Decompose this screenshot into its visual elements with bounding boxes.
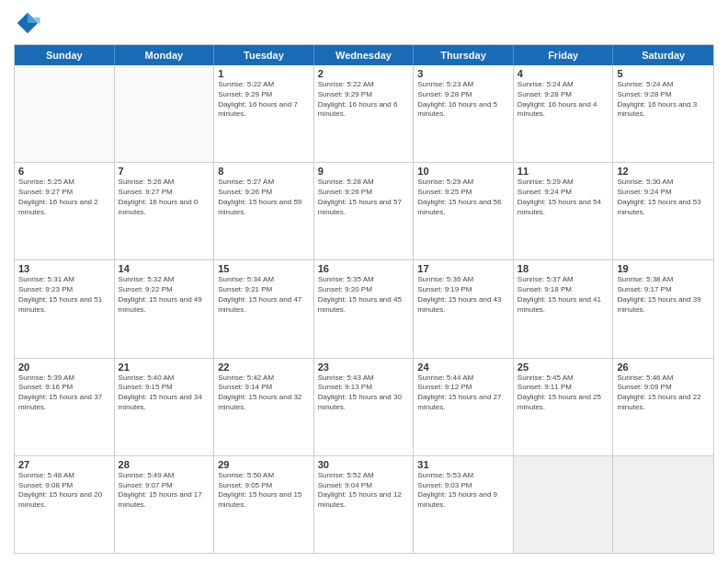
day-cell-1: 1Sunrise: 5:22 AM Sunset: 9:29 PM Daylig… [214, 65, 314, 162]
day-number: 29 [218, 459, 310, 470]
calendar-header: SundayMondayTuesdayWednesdayThursdayFrid… [15, 45, 713, 65]
header-day-sunday: Sunday [15, 45, 115, 65]
day-cell-29: 29Sunrise: 5:50 AM Sunset: 9:05 PM Dayli… [214, 456, 314, 553]
header-day-wednesday: Wednesday [314, 45, 415, 65]
day-info: Sunrise: 5:26 AM Sunset: 9:27 PM Dayligh… [119, 178, 210, 217]
day-cell-18: 18Sunrise: 5:37 AM Sunset: 9:18 PM Dayli… [514, 260, 614, 357]
day-cell-26: 26Sunrise: 5:46 AM Sunset: 9:09 PM Dayli… [613, 359, 713, 455]
day-info: Sunrise: 5:24 AM Sunset: 9:28 PM Dayligh… [518, 80, 609, 120]
header-day-thursday: Thursday [414, 45, 514, 65]
day-cell-10: 10Sunrise: 5:29 AM Sunset: 9:25 PM Dayli… [414, 163, 514, 259]
calendar-row-2: 6Sunrise: 5:25 AM Sunset: 9:27 PM Daylig… [15, 162, 713, 259]
logo-icon [14, 9, 41, 37]
day-number: 30 [318, 459, 410, 470]
day-info: Sunrise: 5:50 AM Sunset: 9:05 PM Dayligh… [218, 471, 310, 511]
day-number: 6 [18, 166, 110, 177]
day-number: 20 [18, 362, 110, 373]
calendar: SundayMondayTuesdayWednesdayThursdayFrid… [14, 44, 714, 554]
calendar-row-1: 1Sunrise: 5:22 AM Sunset: 9:29 PM Daylig… [15, 65, 713, 162]
day-info: Sunrise: 5:48 AM Sunset: 9:08 PM Dayligh… [18, 471, 110, 511]
day-number: 28 [119, 459, 210, 470]
day-number: 26 [617, 362, 710, 373]
day-number: 13 [18, 263, 110, 274]
day-number: 11 [518, 166, 609, 177]
day-number: 8 [218, 166, 310, 177]
day-info: Sunrise: 5:44 AM Sunset: 9:12 PM Dayligh… [417, 373, 509, 413]
day-info: Sunrise: 5:27 AM Sunset: 9:26 PM Dayligh… [218, 178, 310, 217]
day-number: 31 [417, 459, 509, 470]
day-cell-2: 2Sunrise: 5:22 AM Sunset: 9:29 PM Daylig… [314, 65, 415, 162]
day-cell-3: 3Sunrise: 5:23 AM Sunset: 9:28 PM Daylig… [414, 65, 514, 162]
day-cell-13: 13Sunrise: 5:31 AM Sunset: 9:23 PM Dayli… [15, 260, 115, 357]
day-info: Sunrise: 5:52 AM Sunset: 9:04 PM Dayligh… [318, 471, 410, 511]
day-info: Sunrise: 5:35 AM Sunset: 9:20 PM Dayligh… [318, 275, 410, 315]
day-info: Sunrise: 5:46 AM Sunset: 9:09 PM Dayligh… [617, 373, 710, 413]
empty-cell-4-5 [514, 456, 614, 553]
day-number: 16 [318, 263, 410, 274]
day-info: Sunrise: 5:38 AM Sunset: 9:17 PM Dayligh… [617, 275, 710, 315]
day-info: Sunrise: 5:40 AM Sunset: 9:15 PM Dayligh… [119, 373, 210, 413]
day-info: Sunrise: 5:39 AM Sunset: 9:16 PM Dayligh… [18, 373, 110, 413]
day-cell-31: 31Sunrise: 5:53 AM Sunset: 9:03 PM Dayli… [414, 456, 514, 553]
day-cell-24: 24Sunrise: 5:44 AM Sunset: 9:12 PM Dayli… [414, 359, 514, 455]
day-info: Sunrise: 5:24 AM Sunset: 9:28 PM Dayligh… [617, 80, 710, 120]
day-number: 5 [617, 68, 710, 79]
day-number: 24 [417, 362, 509, 373]
day-info: Sunrise: 5:31 AM Sunset: 9:23 PM Dayligh… [18, 275, 110, 315]
empty-cell-0-0 [15, 65, 115, 162]
day-number: 12 [617, 166, 710, 177]
day-number: 21 [119, 362, 210, 373]
day-number: 3 [417, 68, 509, 79]
calendar-row-5: 27Sunrise: 5:48 AM Sunset: 9:08 PM Dayli… [15, 455, 713, 553]
day-number: 15 [218, 263, 310, 274]
day-number: 10 [417, 166, 509, 177]
day-info: Sunrise: 5:36 AM Sunset: 9:19 PM Dayligh… [417, 275, 509, 315]
day-number: 22 [218, 362, 310, 373]
day-info: Sunrise: 5:37 AM Sunset: 9:18 PM Dayligh… [518, 275, 609, 315]
day-cell-12: 12Sunrise: 5:30 AM Sunset: 9:24 PM Dayli… [613, 163, 713, 259]
day-cell-21: 21Sunrise: 5:40 AM Sunset: 9:15 PM Dayli… [115, 359, 215, 455]
day-cell-27: 27Sunrise: 5:48 AM Sunset: 9:08 PM Dayli… [15, 456, 115, 553]
day-info: Sunrise: 5:22 AM Sunset: 9:29 PM Dayligh… [218, 80, 310, 120]
day-info: Sunrise: 5:25 AM Sunset: 9:27 PM Dayligh… [18, 178, 110, 217]
day-number: 2 [318, 68, 410, 79]
day-cell-16: 16Sunrise: 5:35 AM Sunset: 9:20 PM Dayli… [314, 260, 415, 357]
header-day-monday: Monday [115, 45, 215, 65]
day-number: 25 [518, 362, 609, 373]
day-cell-4: 4Sunrise: 5:24 AM Sunset: 9:28 PM Daylig… [514, 65, 614, 162]
day-number: 19 [617, 263, 710, 274]
header-day-friday: Friday [514, 45, 614, 65]
day-number: 9 [318, 166, 410, 177]
page: SundayMondayTuesdayWednesdayThursdayFrid… [0, 0, 728, 563]
calendar-row-4: 20Sunrise: 5:39 AM Sunset: 9:16 PM Dayli… [15, 358, 713, 455]
day-cell-5: 5Sunrise: 5:24 AM Sunset: 9:28 PM Daylig… [613, 65, 713, 162]
day-cell-22: 22Sunrise: 5:42 AM Sunset: 9:14 PM Dayli… [214, 359, 314, 455]
day-info: Sunrise: 5:43 AM Sunset: 9:13 PM Dayligh… [318, 373, 410, 413]
day-info: Sunrise: 5:30 AM Sunset: 9:24 PM Dayligh… [617, 178, 710, 217]
day-cell-8: 8Sunrise: 5:27 AM Sunset: 9:26 PM Daylig… [214, 163, 314, 259]
logo [14, 9, 45, 37]
day-cell-15: 15Sunrise: 5:34 AM Sunset: 9:21 PM Dayli… [214, 260, 314, 357]
day-cell-14: 14Sunrise: 5:32 AM Sunset: 9:22 PM Dayli… [115, 260, 215, 357]
empty-cell-4-6 [613, 456, 713, 553]
day-cell-19: 19Sunrise: 5:38 AM Sunset: 9:17 PM Dayli… [613, 260, 713, 357]
day-info: Sunrise: 5:32 AM Sunset: 9:22 PM Dayligh… [119, 275, 210, 315]
day-number: 14 [119, 263, 210, 274]
day-info: Sunrise: 5:49 AM Sunset: 9:07 PM Dayligh… [119, 471, 210, 511]
day-info: Sunrise: 5:29 AM Sunset: 9:24 PM Dayligh… [518, 178, 609, 217]
calendar-row-3: 13Sunrise: 5:31 AM Sunset: 9:23 PM Dayli… [15, 259, 713, 357]
day-number: 27 [18, 459, 110, 470]
day-info: Sunrise: 5:42 AM Sunset: 9:14 PM Dayligh… [218, 373, 310, 413]
day-cell-28: 28Sunrise: 5:49 AM Sunset: 9:07 PM Dayli… [115, 456, 215, 553]
day-cell-20: 20Sunrise: 5:39 AM Sunset: 9:16 PM Dayli… [15, 359, 115, 455]
day-cell-30: 30Sunrise: 5:52 AM Sunset: 9:04 PM Dayli… [314, 456, 415, 553]
day-info: Sunrise: 5:45 AM Sunset: 9:11 PM Dayligh… [518, 373, 609, 413]
day-cell-6: 6Sunrise: 5:25 AM Sunset: 9:27 PM Daylig… [15, 163, 115, 259]
empty-cell-0-1 [115, 65, 215, 162]
calendar-body: 1Sunrise: 5:22 AM Sunset: 9:29 PM Daylig… [15, 65, 713, 553]
day-cell-17: 17Sunrise: 5:36 AM Sunset: 9:19 PM Dayli… [414, 260, 514, 357]
day-number: 17 [417, 263, 509, 274]
day-cell-25: 25Sunrise: 5:45 AM Sunset: 9:11 PM Dayli… [514, 359, 614, 455]
day-cell-9: 9Sunrise: 5:28 AM Sunset: 9:26 PM Daylig… [314, 163, 415, 259]
header-day-tuesday: Tuesday [214, 45, 314, 65]
